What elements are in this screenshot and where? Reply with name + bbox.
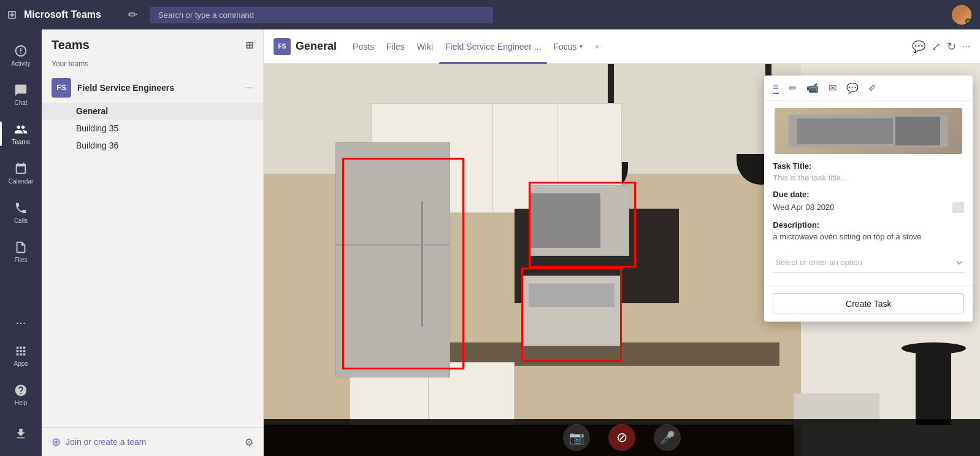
stop-icon: ⊘ [616,430,627,446]
fridge-detection-box [342,158,464,369]
apps-label: Apps [14,360,28,367]
focus-dropdown-icon: ▾ [580,43,583,50]
topbar: ⊞ Microsoft Teams ✏ [0,0,980,29]
join-team-label: Join or create a team [66,437,147,447]
task-edit-icon[interactable]: ✐ [868,82,876,94]
task-list-icon[interactable]: ≡ [773,82,778,94]
chat-label: Chat [14,99,27,106]
tab-files[interactable]: Files [380,29,411,64]
task-panel-toolbar: ≡ ✏ 📹 ✉ 💬 ✐ [764,75,973,101]
tab-wiki[interactable]: Wiki [411,29,439,64]
mic-icon: 🎤 [660,430,675,445]
task-form: Task Title: This is the task title... Du… [764,161,973,285]
sidebar-item-apps[interactable]: Apps [0,336,42,375]
sidebar-item-calendar[interactable]: Calendar [0,153,42,193]
sidebar: Activity Chat Teams Calendar Calls Files… [0,29,42,456]
due-date-value: Wed Apr 08 2020 [773,203,834,212]
avatar[interactable] [952,5,971,25]
sidebar-item-upload[interactable] [0,414,42,454]
camera-icon: 📷 [569,430,584,445]
sidebar-item-calls[interactable]: Calls [0,193,42,232]
activity-label: Activity [11,60,31,67]
create-task-button[interactable]: Create Task [773,293,964,314]
app-title: Microsoft Teams [24,9,116,20]
description-field: Description: a microwave oven sitting on… [773,220,964,241]
team-panel-header: Teams ⊞ [42,29,263,58]
task-video-icon[interactable]: 📹 [806,82,819,94]
header-chat-icon[interactable]: 💬 [912,40,925,53]
stove-detection-box [521,268,622,361]
header-more-icon[interactable]: ··· [962,41,970,52]
join-team[interactable]: ⊕ Join or create a team ⚙ [42,427,263,456]
task-title-field: Task Title: This is the task title... [773,161,964,182]
task-title-value[interactable]: This is the task title... [773,173,964,182]
your-teams-label: Your teams [42,58,263,73]
channel-header: FS General Posts Files Wiki Field Servic… [264,29,980,64]
option-select[interactable]: Select or enter an option [773,252,964,273]
channel-item-building35[interactable]: Building 35 [42,120,263,137]
description-value: a microwave oven sitting on top of a sto… [773,232,964,241]
compose-icon[interactable]: ✏ [128,8,137,21]
camera-button[interactable]: 📷 [563,424,590,451]
due-date-label: Due date: [773,190,964,199]
grid-icon[interactable]: ⊞ [0,8,24,21]
tab-posts[interactable]: Posts [346,29,380,64]
channel-item-general[interactable]: General [42,102,263,120]
video-area: ≡ ✏ 📹 ✉ 💬 ✐ Task Title: [264,64,980,456]
task-mail-icon[interactable]: ✉ [829,82,836,94]
channel-name: General [296,40,337,53]
add-tab-button[interactable]: + [589,29,606,64]
topbar-right [952,5,980,25]
teams-panel-title: Teams [52,38,90,52]
help-label: Help [15,400,28,406]
calendar-icon[interactable]: ⬜ [952,201,964,213]
tab-field-service[interactable]: Field Service Engineer ... [439,29,547,64]
search-input[interactable] [150,7,493,23]
task-chat-icon[interactable]: 💬 [846,82,859,94]
task-title-label: Task Title: [773,161,964,171]
stop-button[interactable]: ⊘ [608,424,635,451]
mic-button[interactable]: 🎤 [654,424,681,451]
task-panel: ≡ ✏ 📹 ✉ 💬 ✐ Task Title: [764,75,973,322]
header-refresh-icon[interactable]: ↻ [947,40,956,53]
due-date-row: Wed Apr 08 2020 ⬜ [773,201,964,213]
join-icon: ⊕ [52,435,61,449]
channel-general-label: General [76,106,108,116]
task-thumbnail [775,108,962,154]
channel-building36-label: Building 36 [76,141,118,150]
microwave-detection-box [529,182,636,268]
calendar-label: Calendar [9,178,34,185]
team-name-field-service: Field Service Engineers [77,83,245,93]
files-label: Files [14,257,27,263]
team-item-field-service[interactable]: FS Field Service Engineers ··· [42,73,263,102]
team-panel: Teams ⊞ Your teams FS Field Service Engi… [42,29,264,456]
due-date-field: Due date: Wed Apr 08 2020 ⬜ [773,190,964,213]
task-thumbnail-image [775,108,962,154]
task-panel-footer: Create Task [764,285,973,322]
header-expand-icon[interactable]: ⤢ [932,40,941,53]
channel-building35-label: Building 35 [76,123,118,133]
description-label: Description: [773,220,964,230]
sidebar-more[interactable]: ··· [10,309,33,336]
channel-item-building36[interactable]: Building 36 [42,137,263,154]
sidebar-item-help[interactable]: Help [0,375,42,414]
filter-icon[interactable]: ⊞ [245,39,253,51]
settings-icon[interactable]: ⚙ [245,436,253,448]
channel-avatar: FS [274,38,291,55]
tab-focus[interactable]: Focus ▾ [547,29,588,64]
channel-header-right: 💬 ⤢ ↻ ··· [912,40,970,53]
sidebar-item-activity[interactable]: Activity [0,36,42,75]
sidebar-item-teams[interactable]: Teams [0,114,42,153]
teams-label: Teams [12,139,29,145]
team-more-icon[interactable]: ··· [245,82,253,93]
sidebar-item-chat[interactable]: Chat [0,75,42,114]
main-content: FS General Posts Files Wiki Field Servic… [264,29,980,456]
team-avatar-fs: FS [52,78,71,98]
calls-label: Calls [14,217,28,224]
bottom-toolbar: 📷 ⊘ 🎤 [264,419,980,456]
task-pencil-icon[interactable]: ✏ [789,82,797,94]
sidebar-item-files[interactable]: Files [0,232,42,271]
